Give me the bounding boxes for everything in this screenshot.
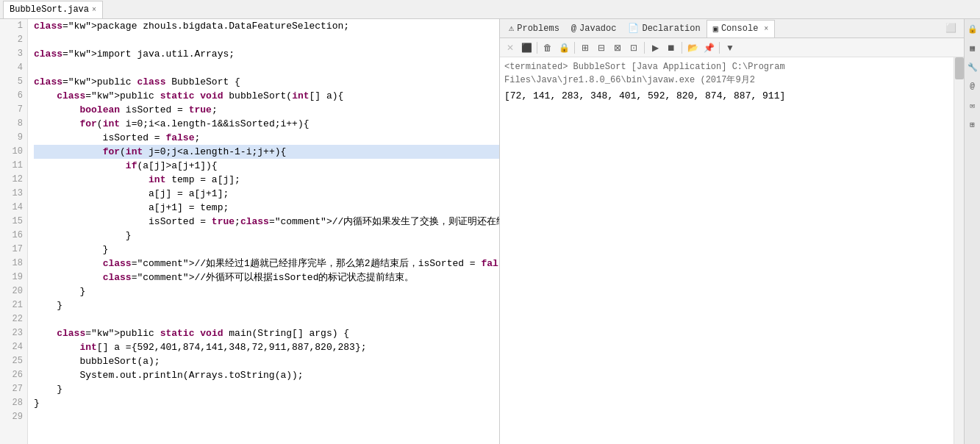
side-icon-6[interactable]: ⊞ xyxy=(966,118,979,131)
toolbar-sep-5 xyxy=(719,42,720,54)
terminate-btn[interactable]: ✕ xyxy=(503,40,518,55)
javadoc-icon: @ xyxy=(571,24,576,34)
console-label: Console xyxy=(721,24,758,34)
side-icon-5[interactable]: ✉ xyxy=(966,99,979,112)
layout-btn-2[interactable]: ⊟ xyxy=(594,40,609,55)
tab-javadoc[interactable]: @ Javadoc xyxy=(565,20,623,37)
console-toolbar: ✕ ⬛ 🗑 🔒 ⊞ ⊟ ⊠ ⊡ ▶ ⏹ 📂 📌 ▼ xyxy=(500,38,964,57)
console-scrollbar[interactable] xyxy=(954,57,964,444)
editor-tab[interactable]: BubbleSort.java × xyxy=(3,1,103,18)
layout-btn-4[interactable]: ⊡ xyxy=(626,40,641,55)
clear-console-btn[interactable]: 🗑 xyxy=(540,40,555,55)
toolbar-sep-1 xyxy=(537,42,537,54)
dropdown-btn[interactable]: ▼ xyxy=(723,40,737,55)
layout-btn-3[interactable]: ⊠ xyxy=(610,40,625,55)
console-result: [72, 141, 283, 348, 401, 592, 820, 874, … xyxy=(504,90,949,103)
open-console-btn[interactable]: 📂 xyxy=(685,40,700,55)
tab-console[interactable]: ▣ Console × xyxy=(707,20,776,37)
toolbar-sep-2 xyxy=(574,42,575,54)
editor-tab-label: BubbleSort.java xyxy=(10,4,89,15)
toolbar-sep-4 xyxy=(682,42,682,54)
code-area[interactable]: 1234567891011121314151617181920212223242… xyxy=(0,19,499,444)
problems-label: Problems xyxy=(517,24,559,34)
side-icon-2[interactable]: ▦ xyxy=(966,41,979,54)
stop-btn[interactable]: ⏹ xyxy=(664,40,679,55)
scroll-lock-btn[interactable]: 🔒 xyxy=(557,40,571,55)
remove-btn[interactable]: ⬛ xyxy=(519,40,534,55)
side-icon-4[interactable]: @ xyxy=(966,79,979,93)
side-icons-panel: 🔒 ▦ 🔧 @ ✉ ⊞ xyxy=(964,19,980,444)
problems-icon: ⚠ xyxy=(509,23,514,34)
maximize-btn[interactable]: ⬜ xyxy=(943,21,958,36)
toolbar-sep-3 xyxy=(644,42,645,54)
console-tab-bar: ⚠ Problems @ Javadoc 📄 Declaration ▣ Con… xyxy=(500,19,964,38)
javadoc-label: Javadoc xyxy=(579,24,616,34)
console-close-icon[interactable]: × xyxy=(764,25,768,33)
run-btn[interactable]: ▶ xyxy=(648,40,662,55)
console-header: <terminated> BubbleSort [Java Applicatio… xyxy=(504,60,949,87)
pin-btn[interactable]: 📌 xyxy=(701,40,716,55)
tab-declaration[interactable]: 📄 Declaration xyxy=(622,20,706,37)
layout-btn-1[interactable]: ⊞ xyxy=(578,40,593,55)
right-panel: ⚠ Problems @ Javadoc 📄 Declaration ▣ Con… xyxy=(500,19,964,444)
side-icon-1[interactable]: 🔒 xyxy=(966,22,979,35)
line-numbers: 1234567891011121314151617181920212223242… xyxy=(0,19,28,444)
side-icon-3[interactable]: 🔧 xyxy=(966,60,979,74)
declaration-label: Declaration xyxy=(642,24,700,34)
tab-problems[interactable]: ⚠ Problems xyxy=(503,20,565,37)
console-output[interactable]: <terminated> BubbleSort [Java Applicatio… xyxy=(500,57,954,444)
editor-tab-close[interactable]: × xyxy=(92,6,96,14)
console-icon: ▣ xyxy=(713,24,718,35)
code-content[interactable]: class="kw">package zhouls.bigdata.DataFe… xyxy=(28,19,499,444)
editor-panel: 1234567891011121314151617181920212223242… xyxy=(0,19,500,444)
declaration-icon: 📄 xyxy=(628,23,639,34)
